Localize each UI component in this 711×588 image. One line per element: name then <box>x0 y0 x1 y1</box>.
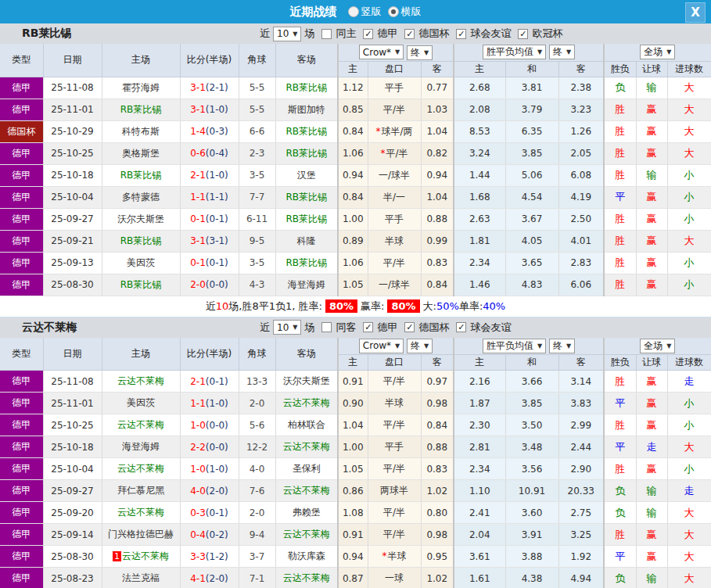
avg-draw-odds: 3.91 <box>505 524 558 546</box>
odds-stage-select[interactable]: 终▼ <box>407 339 433 353</box>
avg-away-odds: 6.08 <box>558 164 604 186</box>
handicap-text: 平/半 <box>383 257 405 268</box>
avg-stage-select[interactable]: 终▼ <box>549 45 575 59</box>
checkbox-checked[interactable]: ✓ <box>363 322 373 332</box>
avg-home-odds: 2.81 <box>454 436 505 458</box>
asian-handicap: *半球 <box>368 546 421 568</box>
avg-away-odds: 3.23 <box>558 99 604 120</box>
avg-home-odds: 1.44 <box>454 164 505 186</box>
checkbox-checked[interactable]: ✓ <box>518 29 528 39</box>
col-away: 客场 <box>275 338 338 371</box>
window-title: 近期战绩 <box>290 5 337 20</box>
asian-away-odds: 0.77 <box>421 77 454 99</box>
asian-away-odds: 0.83 <box>421 458 454 480</box>
asian-away-odds: 1.02 <box>421 568 454 588</box>
halftime-score: (0-4) <box>206 148 228 159</box>
col-type: 类型 <box>0 44 43 77</box>
checkbox-checked[interactable]: ✓ <box>404 322 415 332</box>
checkbox-checked[interactable]: ✓ <box>456 29 466 39</box>
fullmatch-select[interactable]: 全场▼ <box>640 339 675 353</box>
goals-result-cell: 小 <box>667 393 711 414</box>
odds-company-select[interactable]: Crow*▼ <box>359 339 404 353</box>
home-team: 云达不莱梅 <box>102 502 180 524</box>
checkbox-unchecked[interactable] <box>321 29 332 39</box>
match-row: 德甲25-09-27沃尔夫斯堡0-1(0-1)6-11RB莱比锡1.00平手0.… <box>0 208 711 230</box>
checkbox-checked[interactable]: ✓ <box>363 29 373 39</box>
col-type: 类型 <box>0 338 43 371</box>
col-avg-home: 主 <box>454 355 505 371</box>
league-badge: 德甲 <box>0 274 43 296</box>
home-team-name: 门兴格拉德巴赫 <box>108 529 174 540</box>
avg-stage-select[interactable]: 终▼ <box>549 339 575 353</box>
handicap-text: 平手 <box>385 213 404 224</box>
asian-odds-group: Crow*▼ 终▼ <box>338 338 454 355</box>
match-count-select[interactable]: 10▼ <box>273 27 301 41</box>
away-team: RB莱比锡 <box>275 142 338 164</box>
results-table-bremen: 类型 日期 主场 比分(半场) 角球 客场 Crow*▼ 终▼ 胜平负均值▼ 终… <box>0 338 711 588</box>
handicap-result-cell: 赢 <box>636 99 667 120</box>
star-icon: * <box>382 550 387 561</box>
match-date: 25-10-04 <box>43 186 102 208</box>
near-label: 近 <box>260 321 270 335</box>
checkbox-checked[interactable]: ✓ <box>404 29 415 39</box>
avg-away-odds: 2.50 <box>558 208 604 230</box>
result-cell: 胜 <box>604 120 636 142</box>
fulltime-score: 4-0 <box>190 486 206 497</box>
home-team: 法兰克福 <box>102 568 180 588</box>
corner-score: 5-5 <box>239 99 275 120</box>
avg-home-odds: 2.34 <box>454 252 505 274</box>
avg-odds-select[interactable]: 胜平负均值▼ <box>483 45 546 59</box>
fullmatch-select[interactable]: 全场▼ <box>640 45 675 59</box>
score-cell: 2-2(0-0) <box>180 436 239 458</box>
handicap-text: 一/球半 <box>379 279 410 290</box>
avg-home-odds: 2.63 <box>454 208 505 230</box>
away-team: 云达不莱梅 <box>275 568 338 588</box>
avg-away-odds: 4.94 <box>558 568 604 588</box>
odds-company-select[interactable]: Crow*▼ <box>359 45 404 59</box>
asian-handicap: 一球 <box>368 568 421 588</box>
checkbox-checked[interactable]: ✓ <box>456 322 466 332</box>
avg-odds-select[interactable]: 胜平负均值▼ <box>483 339 546 353</box>
vertical-layout-radio[interactable]: 竖版 <box>348 5 382 19</box>
avg-draw-odds: 3.48 <box>505 436 558 458</box>
handicap-result-cell: 走 <box>636 436 667 458</box>
away-team: 斯图加特 <box>275 99 338 120</box>
asian-home-odds: 0.91 <box>338 371 368 393</box>
league-badge: 德甲 <box>0 164 43 186</box>
handicap-text: 球半/两 <box>381 126 412 137</box>
col-asian-away: 客 <box>421 355 454 371</box>
away-team: 弗赖堡 <box>275 502 338 524</box>
league-badge: 德甲 <box>0 414 43 436</box>
avg-draw-odds: 4.05 <box>505 230 558 252</box>
league-badge: 德甲 <box>0 546 43 568</box>
check-icon: ✓ <box>364 323 372 332</box>
horizontal-layout-radio[interactable]: 横版 <box>388 5 422 19</box>
away-team-name: 勒沃库森 <box>288 550 325 561</box>
checkbox-unchecked[interactable] <box>321 322 332 332</box>
score-cell: 2-1(0-1) <box>180 371 239 393</box>
home-team-name: 云达不莱梅 <box>117 375 164 386</box>
match-count-select[interactable]: 10▼ <box>273 320 301 335</box>
odds-stage-select[interactable]: 终▼ <box>407 45 433 60</box>
games-label: 场 <box>304 321 314 335</box>
match-date: 25-08-30 <box>43 274 102 296</box>
away-team: RB莱比锡 <box>275 120 338 142</box>
check-icon: ✓ <box>364 30 372 38</box>
home-team: 云达不莱梅 <box>102 414 180 436</box>
fulltime-score: 4-1 <box>190 573 206 584</box>
rate-badge: 80% <box>387 299 419 313</box>
away-team-name: 云达不莱梅 <box>283 397 330 408</box>
close-button[interactable]: X <box>685 2 706 23</box>
match-row: 德甲25-11-01RB莱比锡3-1(1-0)5-5斯图加特0.85平/半1.0… <box>0 99 711 120</box>
avg-away-odds: 2.75 <box>558 502 604 524</box>
asian-home-odds: 1.05 <box>338 274 368 296</box>
col-corner: 角球 <box>239 44 275 77</box>
match-date: 25-09-14 <box>43 524 102 546</box>
result-cell: 负 <box>604 502 636 524</box>
halftime-score: (2-0) <box>206 573 228 584</box>
asian-handicap: 平/半 <box>368 371 421 393</box>
asian-home-odds: 0.87 <box>338 568 368 588</box>
handicap-text: 平/半 <box>386 148 408 159</box>
handicap-result-cell: 输 <box>636 568 667 588</box>
corner-score: 6-11 <box>239 208 275 230</box>
